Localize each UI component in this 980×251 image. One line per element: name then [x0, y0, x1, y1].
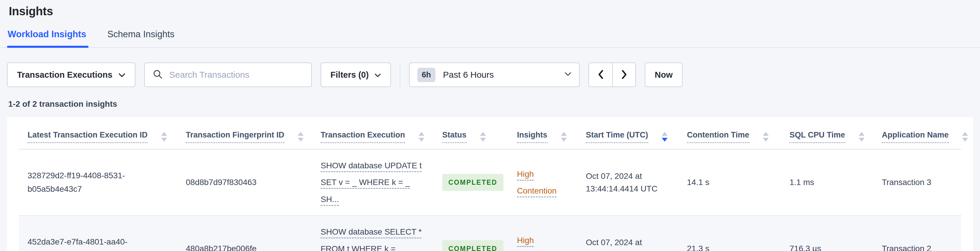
- table-row: 328729d2-ff19-4408-8531-b05a5b4e43c7 08d…: [19, 149, 961, 216]
- contention-time-cell: 21.3 s: [678, 216, 781, 251]
- chevron-left-icon: [598, 70, 604, 80]
- column-header-latest-transaction-execution-id[interactable]: Latest Transaction Execution ID: [19, 117, 177, 149]
- insights-tab-bar: Workload Insights Schema Insights: [0, 29, 980, 48]
- filters-button[interactable]: Filters (0): [321, 62, 391, 87]
- sort-icon: [161, 132, 167, 142]
- application-name-cell: Transaction 2: [873, 216, 961, 251]
- column-header-start-time[interactable]: Start Time (UTC): [577, 117, 678, 149]
- column-header-transaction-execution[interactable]: Transaction Execution: [312, 117, 433, 149]
- column-header-contention-time[interactable]: Contention Time: [678, 117, 781, 149]
- sort-icon: [962, 132, 968, 142]
- column-header-application-name[interactable]: Application Name: [873, 117, 961, 149]
- toolbar-divider: [400, 62, 400, 87]
- filters-label: Filters (0): [331, 70, 369, 80]
- sort-icon: [763, 132, 769, 142]
- workload-type-label: Transaction Executions: [17, 70, 113, 80]
- insights-table: Latest Transaction Execution ID Transact…: [19, 117, 961, 251]
- chevron-down-icon: [565, 72, 571, 78]
- sort-icon: [298, 132, 304, 142]
- time-range-label: Past 6 Hours: [443, 70, 494, 80]
- table-header-row: Latest Transaction Execution ID Transact…: [19, 117, 961, 149]
- search-input[interactable]: [169, 69, 304, 80]
- chevron-down-icon: [374, 70, 381, 80]
- column-header-label: Contention Time: [687, 131, 749, 143]
- tab-schema-insights[interactable]: Schema Insights: [107, 29, 174, 47]
- column-header-transaction-fingerprint-id[interactable]: Transaction Fingerprint ID: [177, 117, 312, 149]
- sort-icon: [418, 132, 424, 142]
- sort-icon: [480, 132, 486, 142]
- time-step-buttons: [589, 62, 636, 87]
- next-time-range-button[interactable]: [612, 63, 635, 86]
- results-count: 1-2 of 2 transaction insights: [8, 99, 980, 109]
- column-header-label: Insights: [517, 131, 547, 143]
- sql-cpu-time-cell: 1.1 ms: [781, 149, 873, 216]
- start-time-cell: Oct 07, 2024 at 13:44:07.447 UTC: [586, 236, 668, 251]
- column-header-sql-cpu-time[interactable]: SQL CPU Time: [781, 117, 873, 149]
- column-header-label: Application Name: [882, 131, 949, 143]
- start-time-cell: Oct 07, 2024 at 13:44:14.4414 UTC: [586, 170, 668, 195]
- page-title: Insights: [9, 5, 980, 18]
- insights-page: Insights Workload Insights Schema Insigh…: [0, 5, 980, 251]
- application-name-cell: Transaction 3: [873, 149, 961, 216]
- time-range-picker[interactable]: 6h Past 6 Hours: [409, 62, 580, 87]
- chevron-down-icon: [118, 70, 126, 80]
- now-button[interactable]: Now: [645, 62, 682, 87]
- insights-link[interactable]: High Contention: [517, 169, 557, 195]
- search-icon: [153, 69, 163, 81]
- chevron-right-icon: [621, 70, 627, 80]
- previous-time-range-button[interactable]: [589, 63, 612, 86]
- fingerprint-id-cell: 08d8b7d97f830463: [177, 149, 312, 216]
- table-row: 452da3e7-e7fa-4801-aa40-c59988d14eb6 480…: [19, 216, 961, 251]
- column-header-label: Latest Transaction Execution ID: [27, 131, 148, 143]
- column-header-insights[interactable]: Insights: [508, 117, 577, 149]
- transaction-execution-link[interactable]: SHOW database UPDATE t SET v = _ WHERE k…: [321, 161, 422, 204]
- execution-id-cell: 328729d2-ff19-4408-8531-b05a5b4e43c7: [19, 149, 177, 216]
- time-range-badge: 6h: [417, 68, 436, 82]
- sort-icon: [561, 132, 567, 142]
- status-badge: COMPLETED: [442, 240, 503, 251]
- contention-time-cell: 14.1 s: [678, 149, 781, 216]
- column-header-status[interactable]: Status: [433, 117, 508, 149]
- workload-type-dropdown[interactable]: Transaction Executions: [7, 62, 135, 87]
- column-header-label: SQL CPU Time: [789, 131, 845, 143]
- insights-link[interactable]: High Contention: [517, 236, 557, 251]
- transaction-execution-link[interactable]: SHOW database SELECT * FROM t WHERE k = …: [321, 227, 422, 251]
- sort-icon: [859, 132, 864, 142]
- column-header-label: Transaction Fingerprint ID: [186, 131, 284, 143]
- fingerprint-id-cell: 480a8b217be006fe: [177, 216, 312, 251]
- column-header-label: Transaction Execution: [321, 131, 405, 143]
- tab-workload-insights[interactable]: Workload Insights: [8, 29, 86, 47]
- now-label: Now: [655, 70, 673, 80]
- toolbar: Transaction Executions Filters (0) 6h Pa…: [7, 62, 980, 87]
- sort-icon-active-desc: [662, 132, 668, 142]
- column-header-label: Status: [442, 131, 466, 143]
- status-badge: COMPLETED: [442, 174, 503, 191]
- sql-cpu-time-cell: 716.3 µs: [781, 216, 873, 251]
- column-header-label: Start Time (UTC): [586, 131, 648, 143]
- search-box: [144, 62, 312, 87]
- execution-id-cell: 452da3e7-e7fa-4801-aa40-c59988d14eb6: [19, 216, 177, 251]
- insights-table-card: Latest Transaction Execution ID Transact…: [7, 117, 973, 251]
